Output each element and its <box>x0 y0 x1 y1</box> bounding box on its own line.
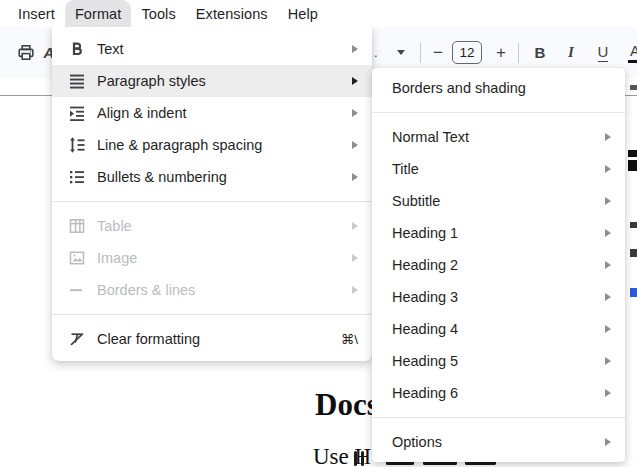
document-text-fragment <box>628 150 637 157</box>
menu-item-label: Heading 3 <box>392 289 605 305</box>
submenu-item-heading-3[interactable]: Heading 3 <box>372 281 625 313</box>
menu-divider <box>52 314 372 315</box>
print-button[interactable] <box>14 27 38 78</box>
menu-item-label: Subtitle <box>392 193 605 209</box>
submenu-arrow-icon <box>352 45 358 53</box>
menu-item-align-indent[interactable]: Align & indent <box>52 97 372 129</box>
submenu-arrow-icon <box>605 133 611 141</box>
menu-extensions[interactable]: Extensions <box>186 0 278 27</box>
menu-item-label: Heading 6 <box>392 385 605 401</box>
submenu-arrow-icon <box>605 438 611 446</box>
menu-format[interactable]: Format <box>65 0 132 27</box>
text-color-button[interactable]: A <box>625 27 637 78</box>
menu-item-label: Table <box>97 218 352 234</box>
submenu-arrow-icon <box>352 173 358 181</box>
bold-icon <box>68 40 86 58</box>
menu-item-label: Heading 2 <box>392 257 605 273</box>
submenu-arrow-icon <box>605 261 611 269</box>
menu-item-label: Heading 4 <box>392 321 605 337</box>
submenu-arrow-icon <box>605 325 611 333</box>
keyboard-shortcut: ⌘\ <box>341 331 358 347</box>
toolbar-separator <box>518 43 519 63</box>
print-icon <box>16 43 36 63</box>
menu-item-label: Heading 5 <box>392 353 605 369</box>
table-icon <box>68 217 86 235</box>
document-title-text: Docs <box>315 387 379 423</box>
submenu-item-title[interactable]: Title <box>372 153 625 185</box>
submenu-arrow-icon <box>605 293 611 301</box>
menu-help[interactable]: Help <box>278 0 328 27</box>
menu-item-label: Align & indent <box>97 105 352 121</box>
menu-item-label: Borders and shading <box>392 80 611 96</box>
submenu-arrow-icon <box>352 286 358 294</box>
submenu-arrow-icon <box>605 229 611 237</box>
menu-item-table: Table <box>52 210 372 242</box>
menubar: Insert Format Tools Extensions Help <box>0 0 637 27</box>
menu-item-label: Heading 1 <box>392 225 605 241</box>
submenu-item-normal-text[interactable]: Normal Text <box>372 121 625 153</box>
submenu-arrow-icon <box>352 254 358 262</box>
font-size-input[interactable]: 12 <box>452 41 482 64</box>
paragraph-styles-icon <box>68 72 86 90</box>
submenu-item-heading-6[interactable]: Heading 6 <box>372 377 625 409</box>
borders-lines-icon <box>68 281 86 299</box>
menu-item-paragraph-styles[interactable]: Paragraph styles <box>52 65 372 97</box>
document-text-fragment <box>354 451 357 466</box>
submenu-arrow-icon <box>605 197 611 205</box>
menu-item-label: Options <box>392 434 605 450</box>
menu-item-label: Title <box>392 161 605 177</box>
menu-item-borders-lines: Borders & lines <box>52 274 372 306</box>
document-text-fragment <box>361 451 364 466</box>
submenu-item-options[interactable]: Options <box>372 426 625 458</box>
menu-item-text[interactable]: Text <box>52 33 372 65</box>
menu-divider <box>372 112 625 113</box>
menu-item-bullets-numbering[interactable]: Bullets & numbering <box>52 161 372 193</box>
underline-label: U <box>598 43 609 62</box>
image-icon <box>68 249 86 267</box>
menu-divider <box>52 201 372 202</box>
submenu-arrow-icon <box>605 165 611 173</box>
line-spacing-icon <box>68 136 86 154</box>
menu-item-clear-formatting[interactable]: Clear formatting ⌘\ <box>52 323 372 355</box>
menu-item-image: Image <box>52 242 372 274</box>
menu-item-label: Paragraph styles <box>97 73 352 89</box>
menu-item-label: Line & paragraph spacing <box>97 137 352 153</box>
submenu-arrow-icon <box>352 141 358 149</box>
submenu-item-borders-and-shading[interactable]: Borders and shading <box>372 72 625 104</box>
menu-divider <box>372 417 625 418</box>
document-text-fragment <box>628 160 637 171</box>
menu-item-label: Image <box>97 250 352 266</box>
menu-insert[interactable]: Insert <box>8 0 65 27</box>
format-menu-dropdown: Text Paragraph styles Align & indent <box>52 27 372 361</box>
submenu-arrow-icon <box>352 222 358 230</box>
ruler-indent-marker <box>630 85 637 90</box>
menu-item-label: Borders & lines <box>97 282 352 298</box>
menu-item-label: Clear formatting <box>97 331 329 347</box>
menu-item-line-paragraph-spacing[interactable]: Line & paragraph spacing <box>52 129 372 161</box>
clear-formatting-icon <box>68 330 86 348</box>
submenu-item-subtitle[interactable]: Subtitle <box>372 185 625 217</box>
text-color-swatch <box>628 60 637 64</box>
submenu-item-heading-5[interactable]: Heading 5 <box>372 345 625 377</box>
document-text-fragment <box>630 249 637 257</box>
menu-item-label: Bullets & numbering <box>97 169 352 185</box>
submenu-arrow-icon <box>352 77 358 85</box>
chevron-down-icon <box>397 50 405 55</box>
document-text-fragment <box>630 288 637 297</box>
menu-item-label: Normal Text <box>392 129 605 145</box>
paragraph-styles-submenu: Borders and shading Normal Text Title Su… <box>372 68 625 462</box>
submenu-item-heading-4[interactable]: Heading 4 <box>372 313 625 345</box>
document-text-fragment <box>630 222 637 228</box>
toolbar-separator <box>420 43 421 63</box>
bullets-numbering-icon <box>68 168 86 186</box>
submenu-arrow-icon <box>605 357 611 365</box>
text-color-label: A <box>630 42 637 59</box>
align-indent-icon <box>68 104 86 122</box>
menu-tools[interactable]: Tools <box>131 0 185 27</box>
submenu-arrow-icon <box>605 389 611 397</box>
menu-item-label: Text <box>97 41 352 57</box>
submenu-item-heading-1[interactable]: Heading 1 <box>372 217 625 249</box>
submenu-arrow-icon <box>352 109 358 117</box>
submenu-item-heading-2[interactable]: Heading 2 <box>372 249 625 281</box>
